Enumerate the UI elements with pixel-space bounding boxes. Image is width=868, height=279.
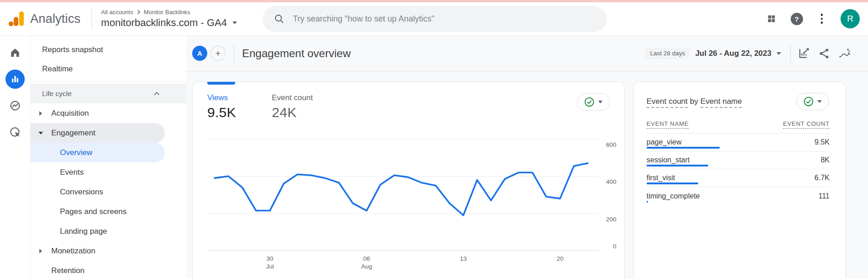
sidebar-collection-life-cycle[interactable]: Life cycle bbox=[31, 84, 186, 103]
event-name[interactable]: timing_complete bbox=[647, 192, 700, 200]
sidebar-item-conversions[interactable]: Conversions bbox=[31, 182, 186, 202]
sidebar-divider bbox=[31, 81, 186, 81]
metric-selector[interactable]: Event count bbox=[647, 97, 688, 108]
event-count-bar bbox=[647, 182, 698, 184]
header-actions: ? R bbox=[765, 9, 868, 28]
table-row[interactable]: session_start 8K bbox=[647, 151, 830, 169]
brand-name: Analytics bbox=[30, 12, 81, 26]
svg-text:20: 20 bbox=[556, 255, 563, 262]
event-count: 8K bbox=[820, 156, 830, 164]
svg-text:Aug: Aug bbox=[361, 263, 372, 270]
svg-text:06: 06 bbox=[363, 255, 370, 262]
sidebar-item-overview[interactable]: Overview bbox=[31, 143, 165, 162]
sidebar-item-reports-snapshot[interactable]: Reports snapshot bbox=[31, 40, 186, 59]
main-content: A + Engagement overview Last 28 days Jul… bbox=[186, 36, 868, 279]
table-row[interactable]: timing_complete 111 bbox=[647, 187, 830, 205]
report-header: A + Engagement overview Last 28 days Jul… bbox=[186, 36, 868, 71]
analytics-home-link[interactable]: Analytics bbox=[7, 10, 81, 28]
share-report-button[interactable] bbox=[818, 47, 830, 60]
more-options-button[interactable] bbox=[815, 12, 828, 25]
bar-chart-reports-icon bbox=[10, 74, 21, 85]
home-icon bbox=[9, 47, 21, 59]
sidebar-item-realtime[interactable]: Realtime bbox=[31, 59, 186, 79]
rail-explore-button[interactable] bbox=[5, 96, 25, 115]
explore-icon bbox=[9, 100, 21, 112]
share-icon bbox=[818, 48, 830, 59]
advertising-icon bbox=[9, 126, 21, 138]
svg-text:0: 0 bbox=[613, 243, 616, 250]
left-icon-rail bbox=[0, 36, 31, 279]
chevron-down-icon bbox=[598, 101, 603, 103]
expand-arrow-icon bbox=[39, 111, 42, 116]
apps-grid-icon bbox=[766, 14, 776, 24]
search-input[interactable] bbox=[293, 14, 596, 24]
search-icon bbox=[274, 13, 285, 24]
views-chart-card: Views 9.5K Event count 24K 020040060030J… bbox=[192, 81, 625, 279]
sidebar-item-pages-and-screens[interactable]: Pages and screens bbox=[31, 202, 186, 221]
property-selector[interactable]: monitorbacklinks.com - GA4 bbox=[101, 17, 237, 29]
comparison-chip-a[interactable]: A bbox=[192, 46, 207, 61]
sidebar-item-landing-page[interactable]: Landing page bbox=[31, 221, 186, 241]
sidebar-item-events[interactable]: Events bbox=[31, 162, 186, 182]
collapse-arrow-icon bbox=[38, 132, 43, 134]
date-range-picker[interactable]: Jul 26 - Aug 22, 2023 bbox=[695, 49, 781, 58]
breadcrumb-all-accounts[interactable]: All accounts bbox=[101, 9, 133, 16]
search-bar[interactable] bbox=[263, 6, 607, 32]
event-count: 111 bbox=[819, 192, 830, 200]
dimension-selector[interactable]: Event name bbox=[701, 97, 742, 108]
chevron-up-icon bbox=[154, 91, 160, 96]
rail-home-button[interactable] bbox=[5, 43, 25, 62]
svg-text:200: 200 bbox=[606, 216, 616, 223]
event-name[interactable]: page_view bbox=[647, 138, 682, 146]
column-header-event-name[interactable]: EVENT NAME bbox=[647, 120, 689, 129]
rail-reports-button[interactable] bbox=[5, 70, 25, 89]
account-breadcrumb-block: All accounts Monitor Backlinks monitorba… bbox=[101, 9, 237, 29]
metric-event-count-tab[interactable]: Event count 24K bbox=[272, 93, 313, 120]
data-quality-dropdown[interactable] bbox=[577, 93, 610, 111]
sidebar-item-monetization[interactable]: Monetization bbox=[31, 241, 186, 261]
views-line-chart[interactable]: 020040060030Jul06Aug1320 bbox=[193, 132, 625, 279]
table-row[interactable]: first_visit 6.7K bbox=[647, 169, 830, 187]
column-header-event-count[interactable]: EVENT COUNT bbox=[783, 120, 830, 129]
table-row[interactable]: page_view 9.5K bbox=[647, 134, 830, 151]
data-quality-dropdown[interactable] bbox=[796, 93, 829, 110]
metric-views-tab[interactable]: Views 9.5K bbox=[207, 93, 236, 120]
rail-advertising-button[interactable] bbox=[5, 123, 25, 142]
apps-grid-button[interactable] bbox=[765, 12, 778, 25]
chevron-right-icon bbox=[136, 10, 141, 15]
expand-arrow-icon bbox=[39, 249, 42, 253]
ga4-app-window: Analytics All accounts Monitor Backlinks… bbox=[0, 0, 868, 279]
event-name[interactable]: first_visit bbox=[647, 174, 675, 182]
event-count-table-card: Event countbyEvent name EVENT NAME EVENT… bbox=[633, 81, 846, 279]
event-count-bar bbox=[647, 201, 648, 203]
sidebar-item-engagement[interactable]: Engagement bbox=[31, 123, 165, 143]
svg-text:600: 600 bbox=[606, 141, 616, 148]
insights-button[interactable] bbox=[838, 47, 851, 60]
google-analytics-logo-icon bbox=[7, 10, 26, 28]
add-comparison-button[interactable]: + bbox=[210, 46, 226, 61]
insights-sparkline-icon bbox=[838, 47, 851, 60]
svg-text:30: 30 bbox=[266, 255, 273, 262]
report-cards: Views 9.5K Event count 24K 020040060030J… bbox=[186, 71, 868, 279]
app-header: Analytics All accounts Monitor Backlinks… bbox=[0, 2, 868, 36]
svg-text:13: 13 bbox=[460, 255, 467, 262]
customize-report-button[interactable] bbox=[797, 47, 810, 60]
check-circle-icon bbox=[584, 97, 594, 107]
breadcrumb-account[interactable]: Monitor Backlinks bbox=[144, 9, 190, 16]
breadcrumb[interactable]: All accounts Monitor Backlinks bbox=[101, 9, 237, 16]
card-title: Event countbyEvent name bbox=[647, 97, 742, 106]
event-count-table: EVENT NAME EVENT COUNT page_view 9.5K se… bbox=[647, 120, 830, 205]
avatar[interactable]: R bbox=[841, 9, 860, 28]
sidebar-item-retention[interactable]: Retention bbox=[31, 261, 186, 279]
page-title: Engagement overview bbox=[242, 47, 350, 60]
kebab-menu-icon bbox=[816, 14, 827, 24]
report-header-actions: Last 28 days Jul 26 - Aug 22, 2023 bbox=[646, 44, 851, 63]
sidebar-item-acquisition[interactable]: Acquisition bbox=[31, 103, 186, 123]
header-divider bbox=[92, 8, 92, 29]
event-name[interactable]: session_start bbox=[647, 156, 690, 164]
chevron-down-icon bbox=[817, 100, 822, 103]
report-header-divider bbox=[790, 44, 791, 63]
help-button[interactable]: ? bbox=[790, 12, 803, 25]
edit-chart-icon bbox=[798, 47, 810, 59]
check-circle-icon bbox=[803, 97, 814, 107]
